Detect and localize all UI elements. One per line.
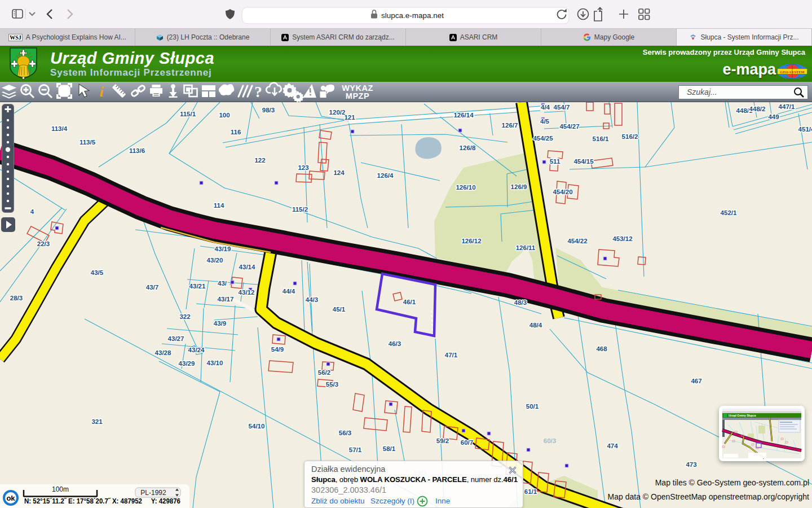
svg-text:453/12: 453/12 (612, 235, 632, 242)
svg-text:116: 116 (231, 129, 241, 135)
svg-text:56/3: 56/3 (339, 430, 351, 436)
svg-text:113/6: 113/6 (129, 147, 145, 154)
svg-text:slupca.e-mapa.net: slupca.e-mapa.net (381, 11, 444, 20)
svg-text:PL-1992: PL-1992 (140, 489, 166, 497)
svg-text:43/20: 43/20 (207, 257, 223, 264)
svg-text:4: 4 (30, 208, 34, 215)
svg-text:i: i (99, 84, 104, 100)
svg-text:115/1: 115/1 (180, 111, 196, 117)
svg-text:43/17: 43/17 (218, 296, 234, 303)
svg-text:126/14: 126/14 (453, 112, 474, 119)
svg-text:43/21: 43/21 (189, 283, 206, 290)
svg-text:100m: 100m (52, 485, 69, 493)
svg-text:61/1: 61/1 (524, 488, 537, 495)
svg-text:454/20: 454/20 (553, 189, 572, 195)
svg-text:43/28: 43/28 (155, 349, 171, 356)
svg-text:454/22: 454/22 (567, 238, 587, 244)
svg-text:126/8: 126/8 (460, 144, 476, 151)
svg-text:115/2: 115/2 (292, 206, 308, 213)
svg-text:473: 473 (686, 461, 696, 468)
svg-text:48/3: 48/3 (514, 299, 527, 306)
svg-text:44/4: 44/4 (283, 288, 295, 295)
svg-text:452/1: 452/1 (721, 209, 737, 216)
svg-text:46/1: 46/1 (403, 299, 416, 305)
svg-text:467: 467 (691, 378, 701, 384)
svg-text:113/4: 113/4 (51, 125, 68, 132)
svg-text:126/9: 126/9 (511, 183, 527, 190)
svg-text:121: 121 (344, 114, 355, 121)
svg-text:516/1: 516/1 (593, 135, 609, 142)
svg-text:468: 468 (596, 345, 607, 352)
svg-text:MPZP: MPZP (346, 91, 369, 100)
svg-text:54/9: 54/9 (271, 346, 284, 353)
svg-text:322: 322 (179, 313, 190, 320)
svg-text:43/10: 43/10 (207, 360, 223, 366)
svg-text:120/2: 120/2 (329, 109, 346, 116)
svg-text:98/3: 98/3 (262, 107, 275, 113)
svg-text:516/2: 516/2 (622, 133, 638, 140)
svg-text:22/3: 22/3 (37, 240, 50, 247)
svg-text:46/3: 46/3 (389, 340, 401, 347)
svg-text:60/7: 60/7 (461, 439, 473, 446)
svg-text:55/3: 55/3 (326, 381, 338, 388)
svg-text:126/4: 126/4 (377, 172, 394, 179)
svg-text:4/4: 4/4 (541, 104, 550, 111)
svg-text:58/1: 58/1 (383, 445, 396, 452)
svg-text:123: 123 (298, 164, 308, 171)
svg-text:28/3: 28/3 (10, 295, 23, 301)
svg-text:321: 321 (91, 418, 103, 425)
svg-text:43/5: 43/5 (91, 269, 104, 276)
svg-text:454/25: 454/25 (533, 135, 553, 142)
svg-text:44/3: 44/3 (306, 296, 318, 303)
svg-text:43/24: 43/24 (188, 347, 205, 353)
svg-text:Urząd Gminy Słupca: Urząd Gminy Słupca (729, 414, 756, 417)
svg-text:56/2: 56/2 (318, 369, 330, 376)
svg-text:454/27: 454/27 (559, 123, 579, 130)
svg-text:43/12: 43/12 (239, 289, 255, 296)
svg-text:451/4: 451/4 (798, 126, 812, 133)
svg-text:511: 511 (550, 158, 561, 165)
svg-text:449: 449 (768, 113, 779, 120)
svg-text:447/1: 447/1 (779, 103, 795, 110)
svg-text:57/1: 57/1 (349, 446, 362, 453)
svg-text:59/2: 59/2 (436, 437, 449, 444)
svg-text:43/19: 43/19 (215, 246, 231, 252)
svg-text:474: 474 (607, 443, 618, 449)
svg-text:124: 124 (333, 169, 345, 176)
svg-text:126/7: 126/7 (502, 122, 518, 129)
svg-text:N: 52°15´11.2˝ E: 17°58´20.7˝: N: 52°15´11.2˝ E: 17°58´20.7˝ X: 487952 … (24, 497, 180, 505)
svg-text:43/29: 43/29 (179, 360, 195, 367)
svg-text:114: 114 (214, 202, 224, 209)
svg-text:54/10: 54/10 (249, 423, 265, 430)
svg-text:4/5: 4/5 (540, 118, 550, 125)
svg-text:43/: 43/ (218, 280, 227, 287)
svg-text:126/12: 126/12 (461, 238, 481, 244)
svg-text:48/4: 48/4 (529, 322, 542, 329)
svg-text:43/27: 43/27 (168, 335, 184, 342)
svg-text:?: ? (254, 84, 262, 100)
svg-text:47/1: 47/1 (445, 352, 458, 358)
svg-text:60/3: 60/3 (544, 437, 556, 444)
svg-text:43/14: 43/14 (239, 264, 255, 270)
svg-text:43/7: 43/7 (146, 284, 158, 291)
svg-text:126/10: 126/10 (456, 184, 475, 191)
svg-text:122: 122 (254, 157, 265, 164)
svg-text:113/5: 113/5 (80, 139, 96, 146)
svg-text:448/2: 448/2 (749, 106, 766, 112)
svg-text:43/9: 43/9 (214, 320, 226, 327)
svg-text:50/1: 50/1 (526, 403, 539, 410)
svg-text:454/15: 454/15 (573, 158, 594, 165)
svg-text:126/11: 126/11 (516, 244, 536, 251)
svg-text:100: 100 (219, 112, 230, 119)
svg-text:45/1: 45/1 (333, 306, 346, 313)
svg-text:ok: ok (6, 494, 15, 502)
svg-text:454/7: 454/7 (554, 104, 570, 111)
